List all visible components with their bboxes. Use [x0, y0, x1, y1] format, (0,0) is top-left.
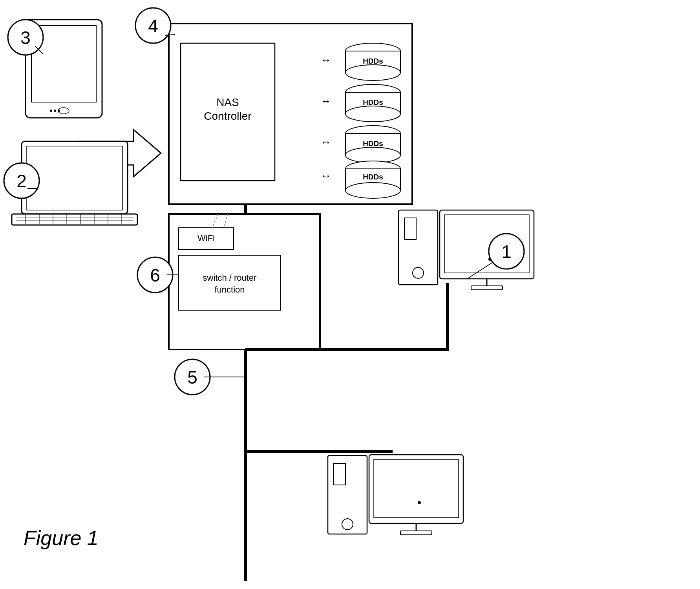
diagram-svg: NAS Controller HDDs ↔ HDDs ↔ HDDs ↔ HDDs… — [0, 0, 700, 589]
svg-point-71 — [418, 501, 421, 504]
svg-text:6: 6 — [150, 265, 160, 285]
svg-rect-28 — [179, 255, 281, 310]
figure-label: Figure 1 — [24, 526, 99, 550]
svg-text:1: 1 — [501, 241, 512, 262]
svg-text:switch / router: switch / router — [203, 273, 257, 283]
svg-rect-67 — [334, 463, 345, 485]
diagram-container: NAS Controller HDDs ↔ HDDs ↔ HDDs ↔ HDDs… — [0, 0, 700, 589]
svg-text:4: 4 — [148, 16, 158, 36]
svg-point-68 — [342, 519, 353, 530]
svg-rect-47 — [12, 214, 137, 225]
svg-text:function: function — [214, 285, 245, 294]
svg-rect-73 — [400, 531, 432, 535]
svg-text:Controller: Controller — [204, 110, 251, 122]
svg-point-44 — [58, 110, 60, 112]
svg-text:↔: ↔ — [320, 170, 331, 182]
svg-point-6 — [345, 65, 400, 80]
svg-text:HDDs: HDDs — [363, 98, 383, 106]
svg-text:WiFi: WiFi — [197, 233, 215, 243]
svg-text:↔: ↔ — [320, 54, 331, 66]
svg-text:HDDs: HDDs — [363, 57, 383, 65]
svg-point-11 — [345, 106, 400, 122]
svg-rect-70 — [374, 459, 459, 518]
svg-text:3: 3 — [20, 27, 31, 48]
svg-text:↔: ↔ — [320, 136, 331, 148]
svg-point-42 — [50, 110, 52, 112]
svg-text:↔: ↔ — [320, 95, 331, 107]
svg-point-43 — [54, 110, 56, 112]
svg-text:HDDs: HDDs — [363, 173, 383, 181]
svg-rect-46 — [27, 146, 122, 210]
svg-text:2: 2 — [16, 171, 27, 191]
svg-text:HDDs: HDDs — [363, 139, 383, 148]
svg-text:NAS: NAS — [216, 96, 239, 108]
svg-point-60 — [413, 267, 424, 278]
svg-rect-59 — [404, 218, 416, 240]
svg-rect-65 — [471, 286, 503, 290]
svg-point-21 — [345, 183, 400, 198]
svg-text:5: 5 — [187, 367, 197, 388]
